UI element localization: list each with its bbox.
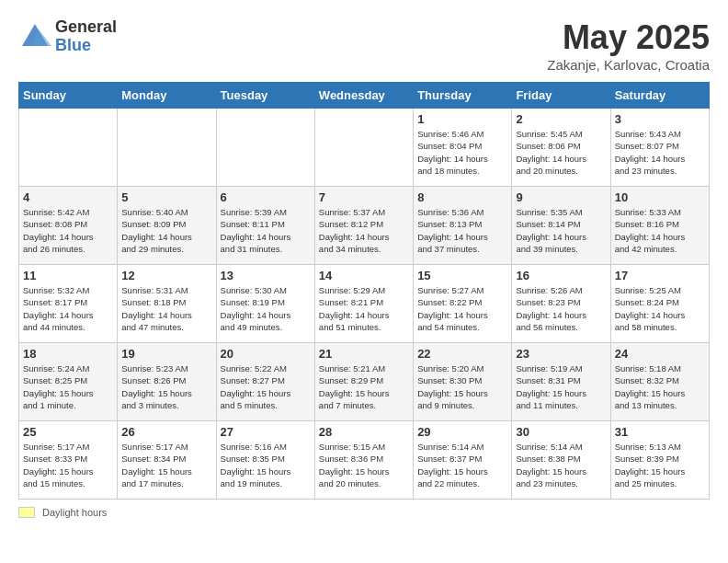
- header-cell-friday: Friday: [512, 83, 610, 109]
- calendar-cell: 26Sunrise: 5:17 AM Sunset: 8:34 PM Dayli…: [118, 421, 216, 500]
- day-info: Sunrise: 5:39 AM Sunset: 8:11 PM Dayligh…: [221, 206, 311, 255]
- calendar-cell: 15Sunrise: 5:27 AM Sunset: 8:22 PM Dayli…: [414, 265, 512, 343]
- day-number: 13: [221, 269, 311, 282]
- calendar-subtitle: Zakanje, Karlovac, Croatia: [547, 57, 710, 73]
- calendar-cell: 3Sunrise: 5:43 AM Sunset: 8:07 PM Daylig…: [610, 109, 709, 187]
- day-info: Sunrise: 5:43 AM Sunset: 8:07 PM Dayligh…: [615, 128, 705, 177]
- calendar-cell: 25Sunrise: 5:17 AM Sunset: 8:33 PM Dayli…: [19, 421, 118, 500]
- day-info: Sunrise: 5:14 AM Sunset: 8:38 PM Dayligh…: [516, 441, 606, 489]
- logo: General Blue: [18, 18, 117, 55]
- day-number: 18: [23, 347, 113, 361]
- day-info: Sunrise: 5:33 AM Sunset: 8:16 PM Dayligh…: [615, 206, 705, 255]
- logo-text: General Blue: [55, 18, 117, 55]
- day-info: Sunrise: 5:46 AM Sunset: 8:04 PM Dayligh…: [417, 128, 507, 177]
- day-info: Sunrise: 5:21 AM Sunset: 8:29 PM Dayligh…: [319, 362, 409, 411]
- day-number: 29: [417, 425, 507, 439]
- day-number: 19: [121, 347, 211, 361]
- header-cell-sunday: Sunday: [19, 83, 118, 109]
- day-number: 30: [516, 425, 606, 439]
- calendar-cell: 8Sunrise: 5:36 AM Sunset: 8:13 PM Daylig…: [414, 187, 512, 265]
- day-number: 22: [417, 347, 507, 361]
- header: General Blue May 2025 Zakanje, Karlovac,…: [18, 18, 710, 73]
- day-info: Sunrise: 5:17 AM Sunset: 8:33 PM Dayligh…: [23, 441, 113, 489]
- day-info: Sunrise: 5:32 AM Sunset: 8:17 PM Dayligh…: [23, 284, 113, 333]
- day-info: Sunrise: 5:22 AM Sunset: 8:27 PM Dayligh…: [221, 362, 311, 411]
- day-number: 23: [516, 347, 606, 361]
- header-cell-monday: Monday: [118, 83, 216, 109]
- calendar-cell: 30Sunrise: 5:14 AM Sunset: 8:38 PM Dayli…: [512, 421, 610, 500]
- day-number: 17: [615, 269, 705, 282]
- calendar-cell: 7Sunrise: 5:37 AM Sunset: 8:12 PM Daylig…: [314, 187, 413, 265]
- calendar-cell: 17Sunrise: 5:25 AM Sunset: 8:24 PM Dayli…: [610, 265, 709, 343]
- calendar-title: May 2025: [547, 18, 710, 57]
- calendar-cell: 24Sunrise: 5:18 AM Sunset: 8:32 PM Dayli…: [610, 343, 709, 421]
- day-number: 26: [121, 425, 211, 439]
- day-info: Sunrise: 5:20 AM Sunset: 8:30 PM Dayligh…: [417, 362, 507, 411]
- day-number: 7: [319, 190, 409, 204]
- day-number: 14: [319, 269, 409, 282]
- header-row: SundayMondayTuesdayWednesdayThursdayFrid…: [19, 83, 710, 109]
- calendar-cell: 19Sunrise: 5:23 AM Sunset: 8:26 PM Dayli…: [118, 343, 216, 421]
- calendar-cell: 23Sunrise: 5:19 AM Sunset: 8:31 PM Dayli…: [512, 343, 610, 421]
- day-number: 16: [516, 269, 606, 282]
- day-number: 1: [417, 112, 507, 126]
- day-info: Sunrise: 5:42 AM Sunset: 8:08 PM Dayligh…: [23, 206, 113, 255]
- calendar-cell: 2Sunrise: 5:45 AM Sunset: 8:06 PM Daylig…: [512, 109, 610, 187]
- calendar-cell: [314, 109, 413, 187]
- day-number: 5: [121, 190, 211, 204]
- calendar-cell: 1Sunrise: 5:46 AM Sunset: 8:04 PM Daylig…: [414, 109, 512, 187]
- day-number: 21: [319, 347, 409, 361]
- day-info: Sunrise: 5:27 AM Sunset: 8:22 PM Dayligh…: [417, 284, 507, 333]
- day-info: Sunrise: 5:15 AM Sunset: 8:36 PM Dayligh…: [319, 441, 409, 489]
- calendar-cell: 16Sunrise: 5:26 AM Sunset: 8:23 PM Dayli…: [512, 265, 610, 343]
- title-area: May 2025 Zakanje, Karlovac, Croatia: [547, 18, 710, 73]
- day-info: Sunrise: 5:24 AM Sunset: 8:25 PM Dayligh…: [23, 362, 113, 411]
- calendar-cell: [19, 109, 118, 187]
- day-number: 20: [221, 347, 311, 361]
- calendar-week-1: 4Sunrise: 5:42 AM Sunset: 8:08 PM Daylig…: [19, 187, 710, 265]
- legend-label: Daylight hours: [42, 507, 107, 518]
- day-info: Sunrise: 5:19 AM Sunset: 8:31 PM Dayligh…: [516, 362, 606, 411]
- calendar-cell: 28Sunrise: 5:15 AM Sunset: 8:36 PM Dayli…: [314, 421, 413, 500]
- day-info: Sunrise: 5:18 AM Sunset: 8:32 PM Dayligh…: [615, 362, 705, 411]
- day-number: 27: [221, 425, 311, 439]
- day-number: 11: [23, 269, 113, 282]
- header-cell-saturday: Saturday: [610, 83, 709, 109]
- day-info: Sunrise: 5:26 AM Sunset: 8:23 PM Dayligh…: [516, 284, 606, 333]
- calendar-cell: [216, 109, 314, 187]
- day-number: 28: [319, 425, 409, 439]
- calendar-week-3: 18Sunrise: 5:24 AM Sunset: 8:25 PM Dayli…: [19, 343, 710, 421]
- calendar-cell: 10Sunrise: 5:33 AM Sunset: 8:16 PM Dayli…: [610, 187, 709, 265]
- calendar-cell: [118, 109, 216, 187]
- calendar-cell: 14Sunrise: 5:29 AM Sunset: 8:21 PM Dayli…: [314, 265, 413, 343]
- day-number: 31: [615, 425, 705, 439]
- logo-icon: [18, 20, 51, 53]
- calendar-cell: 27Sunrise: 5:16 AM Sunset: 8:35 PM Dayli…: [216, 421, 314, 500]
- day-info: Sunrise: 5:31 AM Sunset: 8:18 PM Dayligh…: [121, 284, 211, 333]
- day-number: 15: [417, 269, 507, 282]
- day-number: 6: [221, 190, 311, 204]
- day-info: Sunrise: 5:29 AM Sunset: 8:21 PM Dayligh…: [319, 284, 409, 333]
- day-number: 10: [615, 190, 705, 204]
- footer: Daylight hours: [18, 507, 710, 518]
- calendar-week-0: 1Sunrise: 5:46 AM Sunset: 8:04 PM Daylig…: [19, 109, 710, 187]
- day-number: 24: [615, 347, 705, 361]
- calendar-cell: 18Sunrise: 5:24 AM Sunset: 8:25 PM Dayli…: [19, 343, 118, 421]
- day-info: Sunrise: 5:40 AM Sunset: 8:09 PM Dayligh…: [121, 206, 211, 255]
- day-info: Sunrise: 5:25 AM Sunset: 8:24 PM Dayligh…: [615, 284, 705, 333]
- calendar-week-2: 11Sunrise: 5:32 AM Sunset: 8:17 PM Dayli…: [19, 265, 710, 343]
- day-info: Sunrise: 5:14 AM Sunset: 8:37 PM Dayligh…: [417, 441, 507, 489]
- day-number: 12: [121, 269, 211, 282]
- calendar-table: SundayMondayTuesdayWednesdayThursdayFrid…: [18, 82, 710, 500]
- day-number: 8: [417, 190, 507, 204]
- calendar-cell: 12Sunrise: 5:31 AM Sunset: 8:18 PM Dayli…: [118, 265, 216, 343]
- day-number: 25: [23, 425, 113, 439]
- calendar-body: 1Sunrise: 5:46 AM Sunset: 8:04 PM Daylig…: [19, 109, 710, 500]
- day-info: Sunrise: 5:17 AM Sunset: 8:34 PM Dayligh…: [121, 441, 211, 489]
- day-number: 9: [516, 190, 606, 204]
- day-info: Sunrise: 5:23 AM Sunset: 8:26 PM Dayligh…: [121, 362, 211, 411]
- calendar-header: SundayMondayTuesdayWednesdayThursdayFrid…: [19, 83, 710, 109]
- header-cell-tuesday: Tuesday: [216, 83, 314, 109]
- logo-general-text: General: [55, 18, 117, 37]
- calendar-cell: 9Sunrise: 5:35 AM Sunset: 8:14 PM Daylig…: [512, 187, 610, 265]
